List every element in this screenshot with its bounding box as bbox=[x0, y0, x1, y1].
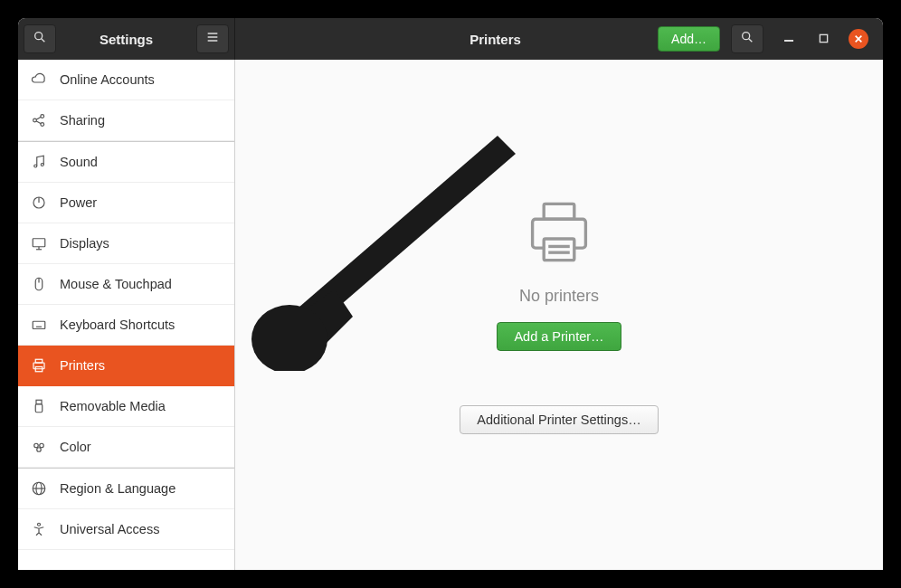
minimize-button[interactable] bbox=[780, 30, 798, 48]
main-search-button[interactable] bbox=[731, 24, 763, 53]
sidebar-item-universal[interactable]: Universal Access bbox=[18, 509, 234, 550]
monitor-icon bbox=[31, 235, 47, 251]
search-icon bbox=[740, 30, 754, 48]
sidebar-item-label: Printers bbox=[60, 358, 105, 373]
mouse-icon bbox=[31, 276, 47, 292]
keyboard-icon bbox=[31, 317, 47, 333]
sidebar-item-label: Power bbox=[60, 195, 97, 210]
svg-line-1 bbox=[42, 39, 45, 43]
svg-point-41 bbox=[38, 523, 41, 526]
sidebar-item-label: Keyboard Shortcuts bbox=[60, 318, 175, 332]
window-controls bbox=[780, 29, 868, 49]
sidebar-item-label: Displays bbox=[60, 236, 109, 251]
main-panel: No printers Add a Printer… Additional Pr… bbox=[235, 60, 883, 570]
share-icon bbox=[31, 112, 47, 128]
svg-point-17 bbox=[41, 164, 43, 166]
sidebar-item-removable[interactable]: Removable Media bbox=[18, 386, 234, 427]
sidebar-item-label: Color bbox=[60, 440, 91, 454]
sidebar: Online AccountsSharingSoundPowerDisplays… bbox=[18, 60, 235, 570]
sidebar-item-label: Sound bbox=[60, 155, 98, 169]
svg-point-16 bbox=[34, 165, 37, 167]
sidebar-item-label: Removable Media bbox=[60, 399, 166, 413]
empty-state-heading: No printers bbox=[519, 287, 599, 306]
svg-rect-25 bbox=[33, 321, 45, 328]
palette-icon bbox=[31, 439, 47, 455]
settings-window: Settings Printers Add… bbox=[18, 18, 883, 570]
minimize-icon bbox=[783, 31, 794, 47]
svg-line-15 bbox=[36, 121, 41, 124]
power-icon bbox=[31, 194, 47, 211]
svg-rect-8 bbox=[820, 34, 827, 42]
svg-point-35 bbox=[34, 443, 39, 448]
titlebar-right: Printers Add… bbox=[235, 18, 883, 60]
add-printer-titlebar-button[interactable]: Add… bbox=[658, 26, 720, 52]
svg-point-5 bbox=[743, 33, 750, 40]
sidebar-item-power[interactable]: Power bbox=[18, 183, 234, 223]
svg-rect-44 bbox=[544, 239, 574, 261]
titlebar: Settings Printers Add… bbox=[18, 18, 883, 60]
svg-rect-42 bbox=[544, 204, 574, 219]
accessibility-icon bbox=[31, 521, 47, 537]
sidebar-item-label: Universal Access bbox=[60, 522, 159, 536]
page-title: Printers bbox=[242, 32, 658, 47]
maximize-button[interactable] bbox=[814, 30, 832, 48]
sidebar-item-keyboard[interactable]: Keyboard Shortcuts bbox=[18, 305, 234, 346]
svg-rect-33 bbox=[36, 400, 42, 404]
svg-point-37 bbox=[37, 448, 42, 452]
sidebar-item-label: Online Accounts bbox=[60, 72, 155, 87]
sidebar-item-color[interactable]: Color bbox=[18, 427, 234, 468]
sidebar-item-mouse[interactable]: Mouse & Touchpad bbox=[18, 264, 234, 305]
printer-icon bbox=[31, 357, 47, 374]
music-icon bbox=[31, 154, 47, 170]
cloud-icon bbox=[31, 71, 47, 88]
sidebar-item-label: Sharing bbox=[60, 113, 105, 128]
svg-line-6 bbox=[749, 39, 753, 43]
search-icon bbox=[33, 30, 47, 48]
sidebar-item-online-accounts[interactable]: Online Accounts bbox=[18, 60, 234, 100]
sidebar-title: Settings bbox=[62, 32, 191, 47]
printer-large-icon bbox=[521, 196, 597, 276]
close-icon bbox=[854, 31, 863, 47]
maximize-icon bbox=[819, 31, 829, 47]
sidebar-search-button[interactable] bbox=[24, 24, 56, 53]
close-button[interactable] bbox=[849, 29, 868, 49]
titlebar-left: Settings bbox=[18, 18, 235, 60]
svg-rect-34 bbox=[35, 404, 43, 413]
sidebar-item-sharing[interactable]: Sharing bbox=[18, 100, 234, 141]
sidebar-item-label: Region & Language bbox=[60, 481, 175, 496]
sidebar-item-displays[interactable]: Displays bbox=[18, 223, 234, 264]
svg-point-0 bbox=[35, 33, 43, 40]
globe-icon bbox=[31, 480, 47, 497]
hamburger-menu-button[interactable] bbox=[196, 24, 229, 53]
sidebar-item-sound[interactable]: Sound bbox=[18, 142, 234, 183]
svg-point-36 bbox=[40, 443, 44, 448]
sidebar-item-label: Mouse & Touchpad bbox=[60, 277, 172, 291]
additional-printer-settings-button[interactable]: Additional Printer Settings… bbox=[460, 405, 658, 434]
sidebar-item-printers[interactable]: Printers bbox=[18, 346, 234, 386]
sidebar-item-region[interactable]: Region & Language bbox=[18, 469, 234, 509]
add-printer-button[interactable]: Add a Printer… bbox=[497, 322, 621, 351]
usb-icon bbox=[31, 398, 47, 414]
hamburger-icon bbox=[205, 30, 220, 48]
svg-line-14 bbox=[36, 117, 41, 119]
svg-rect-20 bbox=[33, 239, 45, 247]
window-body: Online AccountsSharingSoundPowerDisplays… bbox=[18, 60, 883, 570]
